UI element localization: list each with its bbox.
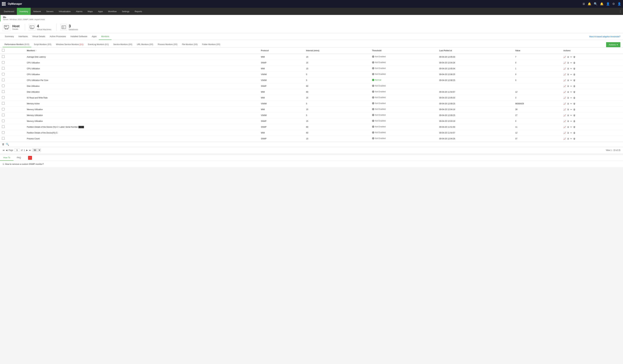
delete-icon-11[interactable]: 🗑 bbox=[573, 120, 576, 123]
nav-maps[interactable]: Maps bbox=[85, 8, 95, 15]
edit-icon-2[interactable]: ✏ bbox=[570, 67, 572, 70]
row-checkbox-11[interactable] bbox=[2, 120, 4, 122]
search-icon[interactable]: 🔍 bbox=[594, 2, 597, 6]
chart-icon-7[interactable]: 📈 bbox=[563, 97, 566, 99]
tab-script-monitors[interactable]: Script Monitors (0/3) bbox=[32, 42, 53, 47]
tab-how-to[interactable]: How To bbox=[0, 155, 13, 161]
delete-icon-9[interactable]: 🗑 bbox=[573, 108, 576, 111]
last-page-icon[interactable]: ⏭ bbox=[29, 149, 31, 151]
chart-icon-10[interactable]: 📈 bbox=[563, 114, 566, 117]
monitor-icon-0[interactable]: 🖥 bbox=[567, 56, 569, 58]
chart-icon-0[interactable]: 📈 bbox=[563, 56, 566, 58]
select-all-checkbox[interactable] bbox=[2, 49, 4, 52]
nav-virtualization[interactable]: Virtualization bbox=[56, 8, 73, 15]
notification-icon[interactable]: 🔔 bbox=[600, 2, 603, 6]
delete-icon-7[interactable]: 🗑 bbox=[573, 97, 576, 99]
delete-icon-14[interactable]: 🗑 bbox=[573, 137, 576, 140]
subnav-summary[interactable]: Summary bbox=[2, 33, 16, 40]
monitor-icon-2[interactable]: 🖥 bbox=[567, 67, 569, 70]
nav-settings[interactable]: Settings bbox=[119, 8, 132, 15]
user-icon[interactable]: 👤 bbox=[606, 2, 610, 6]
edit-icon-7[interactable]: ✏ bbox=[570, 97, 572, 99]
chart-icon-8[interactable]: 📈 bbox=[563, 102, 566, 105]
subnav-virtual-details[interactable]: Virtual Details bbox=[30, 33, 47, 40]
page-input[interactable] bbox=[14, 149, 20, 152]
row-checkbox-8[interactable] bbox=[2, 102, 4, 105]
next-page-icon[interactable]: ▶ bbox=[26, 149, 28, 151]
bell-icon[interactable]: 🔔 bbox=[588, 2, 591, 6]
edit-icon-4[interactable]: ✏ bbox=[570, 79, 572, 82]
chart-icon-11[interactable]: 📈 bbox=[563, 120, 566, 123]
chart-icon-6[interactable]: 📈 bbox=[563, 91, 566, 93]
subnav-interfaces[interactable]: Interfaces bbox=[16, 33, 30, 40]
nav-workflow[interactable]: Workflow bbox=[106, 8, 119, 15]
monitor-icon-12[interactable]: 🖥 bbox=[567, 126, 569, 128]
subnav-active-processes[interactable]: Active Processes bbox=[47, 33, 68, 40]
monitor-icon-1[interactable]: 🖥 bbox=[567, 62, 569, 64]
tab-process-monitors[interactable]: Process Monitors (0/0) bbox=[156, 42, 179, 47]
host-stat-vm[interactable]: VM 4 Virtual Machines bbox=[25, 24, 51, 31]
monitor-icon-6[interactable]: 🖥 bbox=[567, 91, 569, 93]
monitor-icon-13[interactable]: 🖥 bbox=[567, 131, 569, 134]
prev-page-icon[interactable]: ◀ bbox=[6, 149, 7, 151]
row-checkbox-12[interactable] bbox=[2, 125, 4, 128]
nav-reports[interactable]: Reports bbox=[132, 8, 145, 15]
chart-icon-4[interactable]: 📈 bbox=[563, 79, 566, 82]
chart-icon-5[interactable]: 📈 bbox=[563, 85, 566, 87]
edit-icon-13[interactable]: ✏ bbox=[570, 131, 572, 134]
tab-service-monitors[interactable]: Service Monitors (0/0) bbox=[111, 42, 134, 47]
chart-icon-9[interactable]: 📈 bbox=[563, 108, 566, 111]
delete-icon-10[interactable]: 🗑 bbox=[573, 114, 576, 117]
subnav-monitors[interactable]: Monitors bbox=[99, 33, 111, 40]
search-table-icon[interactable]: 🔍 bbox=[6, 143, 9, 146]
monitor-icon[interactable]: 🖥 bbox=[582, 2, 585, 6]
nav-network[interactable]: Network bbox=[31, 8, 44, 15]
row-checkbox-5[interactable] bbox=[2, 85, 4, 87]
delete-icon-6[interactable]: 🗑 bbox=[573, 91, 576, 93]
delete-icon-0[interactable]: 🗑 bbox=[573, 56, 576, 58]
delete-icon-2[interactable]: 🗑 bbox=[573, 67, 576, 70]
edit-icon-8[interactable]: ✏ bbox=[570, 102, 572, 105]
tab-folder-monitors[interactable]: Folder Monitors (0/0) bbox=[200, 42, 222, 47]
nav-servers[interactable]: Servers bbox=[44, 8, 56, 15]
nav-dashboard[interactable]: Dashboard bbox=[1, 8, 17, 15]
chart-icon-14[interactable]: 📈 bbox=[563, 137, 566, 140]
tab-url-monitors[interactable]: URL Monitors (0/0) bbox=[135, 42, 155, 47]
nav-alarms[interactable]: Alarms bbox=[73, 8, 85, 15]
row-checkbox-10[interactable] bbox=[2, 114, 4, 116]
settings-icon[interactable]: ⚙ bbox=[612, 2, 615, 6]
chart-icon-3[interactable]: 📈 bbox=[563, 73, 566, 76]
edit-icon-9[interactable]: ✏ bbox=[570, 108, 572, 111]
nav-apps[interactable]: Apps bbox=[95, 8, 106, 15]
monitor-icon-4[interactable]: 🖥 bbox=[567, 79, 569, 82]
monitor-icon-9[interactable]: 🖥 bbox=[567, 108, 569, 111]
row-checkbox-4[interactable] bbox=[2, 79, 4, 81]
monitor-icon-3[interactable]: 🖥 bbox=[567, 73, 569, 76]
ai-link[interactable]: Want AI-based adaptive thresholds? bbox=[589, 36, 621, 38]
delete-icon-12[interactable]: 🗑 bbox=[573, 126, 576, 128]
avatar-icon[interactable]: 👤 bbox=[618, 2, 621, 6]
row-checkbox-1[interactable] bbox=[2, 61, 4, 64]
monitor-icon-5[interactable]: 🖥 bbox=[567, 85, 569, 87]
chart-icon-1[interactable]: 📈 bbox=[563, 62, 566, 64]
nav-more-icon[interactable]: ⋮ bbox=[619, 10, 622, 13]
edit-icon-14[interactable]: ✏ bbox=[570, 137, 572, 140]
edit-icon-1[interactable]: ✏ bbox=[570, 62, 572, 64]
collapse-button[interactable]: − bbox=[28, 156, 32, 160]
monitor-icon-14[interactable]: 🖥 bbox=[567, 137, 569, 140]
edit-icon-11[interactable]: ✏ bbox=[570, 120, 572, 123]
monitor-icon-7[interactable]: 🖥 bbox=[567, 97, 569, 99]
chart-icon-13[interactable]: 📈 bbox=[563, 131, 566, 134]
delete-icon-5[interactable]: 🗑 bbox=[573, 85, 576, 87]
subnav-installed-software[interactable]: Installed Software bbox=[68, 33, 89, 40]
edit-icon-10[interactable]: ✏ bbox=[570, 114, 572, 117]
row-checkbox-3[interactable] bbox=[2, 73, 4, 75]
edit-icon-0[interactable]: ✏ bbox=[570, 56, 572, 58]
delete-icon-13[interactable]: 🗑 bbox=[573, 131, 576, 134]
chart-icon-2[interactable]: 📈 bbox=[563, 67, 566, 70]
monitor-icon-8[interactable]: 🖥 bbox=[567, 102, 569, 105]
tab-performance-monitors[interactable]: Performance Monitors (0/15) bbox=[2, 42, 31, 47]
how-to-item-1[interactable]: 1. How to remove a custom SNMP monitor? bbox=[2, 163, 621, 165]
nav-inventory[interactable]: Inventory bbox=[17, 8, 31, 15]
delete-icon-4[interactable]: 🗑 bbox=[573, 79, 576, 82]
